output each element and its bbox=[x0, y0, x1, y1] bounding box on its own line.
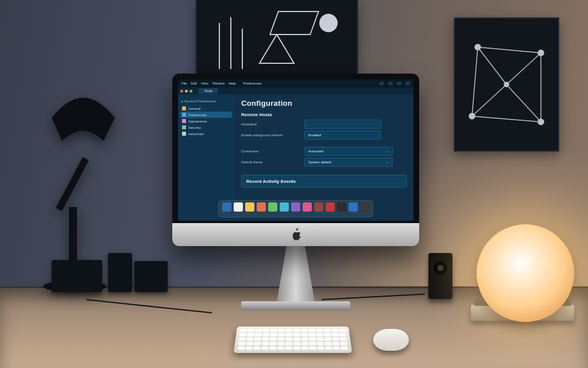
tab[interactable]: Tools bbox=[199, 88, 218, 94]
sidebar-item-label: Preferences bbox=[188, 113, 207, 117]
speaker bbox=[428, 253, 452, 299]
device-box bbox=[52, 260, 102, 292]
dock-app[interactable] bbox=[291, 202, 300, 212]
device-box bbox=[134, 261, 168, 292]
sidebar-item-label: Security bbox=[188, 126, 201, 129]
page-title: Configuration bbox=[241, 99, 407, 108]
menu-item[interactable]: Help bbox=[229, 82, 235, 85]
imac: File Edit View Window Help Preferences bbox=[172, 74, 419, 304]
sidebar-item-icon bbox=[182, 119, 186, 123]
dock-app[interactable] bbox=[222, 202, 231, 212]
sidebar-item[interactable]: Preferences bbox=[180, 112, 232, 118]
sidebar-item-icon bbox=[182, 132, 186, 136]
os-menubar[interactable]: File Edit View Window Help Preferences bbox=[178, 79, 413, 87]
dock-app[interactable] bbox=[234, 202, 243, 212]
menu-item[interactable]: File bbox=[181, 82, 187, 85]
field-label: Enable background refresh bbox=[241, 133, 299, 137]
dock-app[interactable] bbox=[314, 202, 323, 212]
keyboard bbox=[234, 327, 353, 353]
dock-app[interactable] bbox=[349, 202, 358, 212]
dock-app[interactable] bbox=[360, 202, 369, 212]
zoom-icon[interactable] bbox=[189, 90, 192, 93]
field-label: Default theme bbox=[241, 160, 299, 164]
status-pill[interactable] bbox=[388, 82, 393, 85]
apple-logo-icon bbox=[290, 228, 301, 241]
sidebar-item[interactable]: Advanced bbox=[180, 131, 232, 137]
dock-app[interactable] bbox=[257, 202, 266, 212]
device-box bbox=[108, 253, 132, 292]
connection-select[interactable]: Automatic ⌄ bbox=[304, 147, 393, 156]
dock-app[interactable] bbox=[280, 202, 289, 212]
dock-app[interactable] bbox=[245, 202, 254, 212]
chevron-down-icon: ⌄ bbox=[385, 149, 389, 154]
sidebar-item[interactable]: Appearance bbox=[180, 118, 232, 124]
field-label: Connection bbox=[241, 150, 299, 153]
activity-banner[interactable]: Recent Activity Events bbox=[241, 175, 407, 187]
menu-item[interactable]: View bbox=[201, 82, 208, 85]
theme-select[interactable]: System default ⌄ bbox=[304, 158, 393, 167]
sidebar-item-label: Advanced bbox=[188, 132, 204, 136]
dock-app[interactable] bbox=[303, 202, 312, 212]
menu-item[interactable]: Preferences bbox=[243, 82, 262, 85]
screen: File Edit View Window Help Preferences bbox=[178, 79, 413, 221]
sidebar-item-icon bbox=[182, 106, 186, 110]
chevron-down-icon: ⌄ bbox=[385, 160, 389, 164]
toggle-field[interactable]: Enabled bbox=[304, 131, 381, 140]
svg-marker-5 bbox=[260, 34, 294, 63]
close-icon[interactable] bbox=[180, 90, 183, 93]
sidebar-item-icon bbox=[182, 125, 186, 129]
status-pill[interactable] bbox=[397, 82, 401, 85]
wall-art-left bbox=[195, 0, 358, 76]
svg-rect-13 bbox=[56, 157, 89, 211]
minimize-icon[interactable] bbox=[185, 90, 188, 93]
menu-item[interactable]: Edit bbox=[191, 82, 197, 85]
sidebar-item-icon bbox=[182, 113, 186, 117]
mouse bbox=[373, 329, 409, 351]
sphere-lamp bbox=[477, 224, 574, 322]
status-pill[interactable] bbox=[380, 82, 384, 85]
sidebar-item[interactable]: Security bbox=[180, 124, 232, 131]
window-titlebar[interactable]: Tools bbox=[178, 87, 413, 94]
dock[interactable] bbox=[218, 200, 373, 217]
section-title: Remote Hosts bbox=[241, 112, 407, 117]
status-pill[interactable] bbox=[405, 82, 410, 85]
menu-item[interactable]: Window bbox=[212, 82, 225, 85]
svg-point-4 bbox=[319, 14, 338, 32]
field-label: Hostname bbox=[241, 122, 299, 126]
dock-app[interactable] bbox=[337, 202, 346, 212]
sidebar-item-label: General bbox=[188, 107, 200, 110]
svg-rect-0 bbox=[270, 12, 319, 34]
hostname-input[interactable] bbox=[304, 120, 381, 129]
wall-art-right bbox=[454, 17, 559, 152]
sidebar-item[interactable]: General bbox=[180, 105, 232, 112]
dock-app[interactable] bbox=[268, 202, 277, 212]
sidebar-item-label: Appearance bbox=[188, 120, 207, 123]
sidebar-header: ▸ General Preferences bbox=[181, 99, 232, 103]
dock-app[interactable] bbox=[326, 202, 335, 212]
